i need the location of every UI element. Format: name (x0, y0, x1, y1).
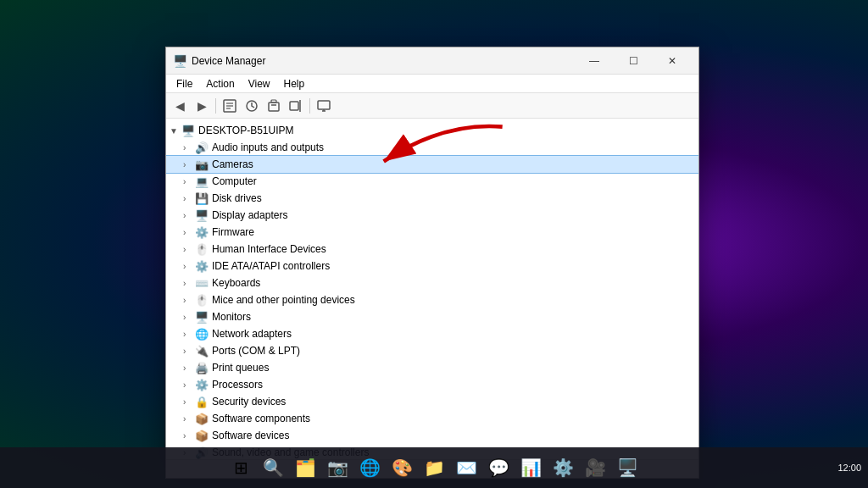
close-button[interactable]: ✕ (653, 47, 692, 75)
taskbar-browser[interactable]: 🌐 (354, 452, 385, 483)
root-chevron: ▼ (170, 126, 180, 136)
chevron-cameras: › (183, 160, 193, 169)
tree-item-keyboards[interactable]: › ⌨️ Keyboards (166, 274, 698, 291)
menu-file[interactable]: File (170, 76, 199, 92)
toolbar: ◀ ▶ (166, 93, 698, 119)
tree-item-audio[interactable]: › 🔊 Audio inputs and outputs (166, 139, 698, 156)
tree-item-disk[interactable]: › 💾 Disk drives (166, 190, 698, 207)
icon-software-devices: 📦 (195, 429, 209, 442)
icon-display: 🖥️ (195, 208, 209, 222)
label-audio: Audio inputs and outputs (212, 141, 324, 153)
toolbar-scan[interactable] (286, 96, 306, 116)
taskbar-zoom[interactable]: 🎥 (580, 452, 610, 483)
label-firmware: Firmware (212, 226, 254, 238)
tree-item-processors[interactable]: › ⚙️ Processors (166, 376, 698, 393)
minimize-button[interactable]: — (575, 47, 614, 75)
toolbar-update[interactable] (242, 96, 262, 116)
icon-cameras: 📷 (195, 158, 209, 171)
taskbar-time: 12:00 (837, 463, 861, 473)
tree-item-security[interactable]: › 🔒 Security devices (166, 393, 698, 410)
label-ide: IDE ATA/ATAPI controllers (212, 260, 330, 272)
window-icon: 🖥️ (173, 54, 186, 68)
label-software-devices: Software devices (212, 430, 289, 441)
svg-rect-5 (269, 103, 279, 111)
chevron-print: › (183, 363, 193, 373)
taskbar-slack[interactable]: 💬 (483, 452, 514, 483)
taskbar-mail[interactable]: ✉️ (451, 452, 481, 483)
svg-rect-7 (271, 100, 276, 103)
taskbar-right: 12:00 (837, 463, 861, 473)
toolbar-separator-1 (215, 98, 216, 114)
toolbar-monitor[interactable] (314, 96, 334, 116)
chevron-disk: › (183, 194, 193, 203)
taskbar-icons: ⊞ 🔍 🗂️ 📷 🌐 🎨 📁 ✉️ 💬 📊 ⚙️ 🎥 🖥️ (225, 452, 643, 483)
chevron-security: › (183, 397, 193, 407)
chevron-keyboards: › (183, 279, 193, 288)
icon-audio: 🔊 (195, 141, 209, 154)
label-monitors: Monitors (212, 311, 251, 323)
taskbar: ⊞ 🔍 🗂️ 📷 🌐 🎨 📁 ✉️ 💬 📊 ⚙️ 🎥 🖥️ 12:00 (0, 447, 868, 488)
toolbar-uninstall[interactable] (264, 96, 284, 116)
tree-item-ide[interactable]: › ⚙️ IDE ATA/ATAPI controllers (166, 258, 698, 274)
label-software-components: Software components (212, 413, 310, 424)
tree-root[interactable]: ▼ 🖥️ DESKTOP-B51UIPM (166, 122, 698, 139)
taskbar-settings[interactable]: ⚙️ (548, 452, 578, 483)
taskbar-office[interactable]: 📊 (515, 452, 546, 483)
chevron-hid: › (183, 245, 193, 254)
tree-item-cameras[interactable]: › 📷 Cameras (166, 156, 698, 173)
label-hid: Human Interface Devices (212, 243, 326, 255)
svg-rect-10 (318, 101, 330, 109)
tree-item-software-devices[interactable]: › 📦 Software devices (166, 427, 698, 444)
chevron-computer: › (183, 177, 193, 186)
tree-item-firmware[interactable]: › ⚙️ Firmware (166, 224, 698, 241)
tree-item-monitors[interactable]: › 🖥️ Monitors (166, 308, 698, 325)
maximize-button[interactable]: ☐ (614, 47, 653, 75)
tree-item-mice[interactable]: › 🖱️ Mice and other pointing devices (166, 291, 698, 308)
device-tree: ▼ 🖥️ DESKTOP-B51UIPM › 🔊 Audio inputs an… (166, 119, 698, 459)
title-bar[interactable]: 🖥️ Device Manager — ☐ ✕ (166, 47, 698, 75)
tree-item-software-components[interactable]: › 📦 Software components (166, 410, 698, 427)
taskbar-search[interactable]: 🔍 (258, 452, 288, 483)
toolbar-forward[interactable]: ▶ (192, 96, 212, 116)
chevron-audio: › (183, 143, 193, 152)
tree-item-print[interactable]: › 🖨️ Print queues (166, 359, 698, 376)
toolbar-back[interactable]: ◀ (170, 96, 190, 116)
toolbar-properties[interactable] (220, 96, 240, 116)
menu-view[interactable]: View (242, 76, 277, 92)
tree-item-hid[interactable]: › 🖱️ Human Interface Devices (166, 241, 698, 258)
tree-scroll[interactable]: ▼ 🖥️ DESKTOP-B51UIPM › 🔊 Audio inputs an… (166, 119, 698, 459)
icon-firmware: ⚙️ (195, 225, 209, 239)
taskbar-files[interactable]: 📁 (419, 452, 449, 483)
label-network: Network adapters (212, 328, 292, 340)
icon-ports: 🔌 (195, 344, 209, 358)
svg-rect-8 (290, 102, 298, 110)
taskbar-taskview[interactable]: 🗂️ (290, 452, 320, 483)
taskbar-start[interactable]: ⊞ (225, 452, 256, 483)
taskbar-monitor[interactable]: 🖥️ (612, 452, 643, 483)
menu-help[interactable]: Help (277, 76, 312, 92)
label-disk: Disk drives (212, 192, 262, 204)
tree-item-ports[interactable]: › 🔌 Ports (COM & LPT) (166, 342, 698, 359)
label-display: Display adapters (212, 209, 287, 221)
icon-network: 🌐 (195, 327, 209, 341)
tree-item-computer[interactable]: › 💻 Computer (166, 173, 698, 190)
label-cameras: Cameras (212, 158, 253, 170)
label-print: Print queues (212, 362, 269, 374)
tree-item-network[interactable]: › 🌐 Network adapters (166, 325, 698, 342)
device-manager-window: 🖥️ Device Manager — ☐ ✕ File Action View… (165, 47, 699, 479)
taskbar-camera[interactable]: 📷 (322, 452, 353, 483)
chevron-display: › (183, 211, 193, 220)
chevron-monitors: › (183, 313, 193, 322)
chevron-software-components: › (183, 414, 193, 424)
chevron-mice: › (183, 296, 193, 305)
window-controls: — ☐ ✕ (575, 47, 692, 75)
label-mice: Mice and other pointing devices (212, 294, 355, 306)
menu-action[interactable]: Action (199, 76, 241, 92)
tree-item-display[interactable]: › 🖥️ Display adapters (166, 207, 698, 224)
label-keyboards: Keyboards (212, 277, 260, 289)
label-computer: Computer (212, 175, 257, 187)
taskbar-premiere[interactable]: 🎨 (387, 452, 417, 483)
icon-computer: 💻 (195, 175, 209, 188)
chevron-ports: › (183, 347, 193, 356)
icon-hid: 🖱️ (195, 242, 209, 256)
